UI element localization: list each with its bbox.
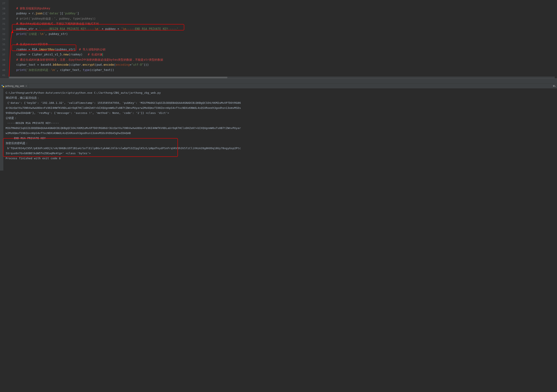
console-output[interactable]: C:\Jarthong\work\Python-Auto\venv\Script… — [6, 90, 557, 161]
code-line[interactable]: cipher = Cipher_pkcs1_v1_5.new(rsakey) #… — [9, 52, 557, 57]
console-line: -----BEGIN RSA PRIVATE KEY----- — [6, 120, 241, 126]
line-number: 32 — [0, 26, 8, 32]
console-line: 公钥是： — [6, 116, 241, 120]
line-number-gutter: 27 28 29 30 31 32 33 34 35 36 37 38 39 4… — [0, 0, 8, 78]
code-text-area[interactable]: # 获取后端返回的pubkey pubkey = r.json()['datas… — [8, 0, 557, 78]
run-tab-label: jarthong_zbg_web — [5, 85, 24, 87]
console-line: -----END RSA PRIVATE KEY----- — [6, 136, 241, 141]
line-number: 31 — [0, 21, 8, 26]
line-number: 36 — [0, 47, 8, 52]
line-number: 29 — [0, 11, 8, 16]
line-number: 35 — [0, 42, 8, 47]
console-line: MIGfMA0GCSqGSIb3DQEBAQUAA4GNADCBiQKBgQCS… — [6, 126, 241, 136]
line-number: 38 — [0, 57, 8, 63]
code-line[interactable]: print('加密后的密码是：\n', cipher_text, type(ci… — [9, 68, 557, 73]
console-tool-strip[interactable] — [0, 88, 3, 171]
console-line: 测试环境，接口返回信息： — [6, 95, 241, 100]
code-line[interactable]: # 通过生成的对象加密密码明文，注意，在python3中加密的数据必须是byte… — [9, 57, 557, 63]
line-number: 39 — [0, 62, 8, 68]
code-editor[interactable]: 27 28 29 30 31 32 33 34 35 36 37 38 39 4… — [0, 0, 557, 78]
code-line[interactable] — [9, 1, 557, 6]
pane-splitter[interactable] — [0, 78, 557, 84]
code-line[interactable]: print('公钥是：\n', pubkey_str) — [9, 32, 557, 37]
code-line[interactable] — [9, 37, 557, 42]
line-number: 34 — [0, 37, 8, 42]
run-settings-button[interactable]: ⚙▾ — [553, 84, 556, 88]
run-console[interactable]: C:\Jarthong\work\Python-Auto\venv\Script… — [0, 88, 557, 171]
line-number: 37 — [0, 52, 8, 57]
line-number: 27 — [0, 1, 8, 6]
line-number: 41 — [0, 73, 8, 78]
console-line: C:\Jarthong\work\Python-Auto\venv\Script… — [6, 90, 241, 95]
code-line[interactable]: # 获取后端返回的pubkey — [9, 6, 557, 11]
editor-caret — [103, 53, 103, 56]
run-tab-bar: jarthong_zbg_web × ⚙▾ — [0, 84, 557, 88]
code-line[interactable]: rsakey = RSA.importKey(pubkey_str) # 导入读… — [9, 47, 557, 52]
line-number: 40 — [0, 68, 8, 73]
gear-icon: ⚙ — [553, 84, 555, 88]
scrollbar-thumb[interactable] — [9, 77, 227, 78]
console-line: {'datas': {'keyId': '192.168.1.32', 'val… — [6, 100, 241, 116]
line-number: 33 — [0, 32, 8, 37]
line-number: 28 — [0, 6, 8, 11]
run-config-tab[interactable]: jarthong_zbg_web × — [0, 84, 29, 88]
code-line[interactable]: # 将pubkey组成公钥的格式，不按以下规则拼接会提示格式不对 — [9, 21, 557, 26]
code-line[interactable]: # print('pubkey的值是：', pubkey, type(pubke… — [9, 16, 557, 22]
line-number: 30 — [0, 16, 8, 22]
console-line: 加密后的密码是： — [6, 141, 241, 146]
close-icon[interactable]: × — [25, 84, 27, 88]
code-line[interactable]: pubkey = r.json()['datas']['pubKey'] — [9, 11, 557, 16]
console-line: b'TQnAY6S4yC95F/p83UFceKDjV/vH/8HGBcU9T1… — [6, 146, 241, 156]
chevron-down-icon: ▾ — [555, 85, 556, 87]
code-line[interactable]: cipher_text = base64.b64encode(cipher.en… — [9, 62, 557, 68]
python-icon — [1, 85, 4, 87]
code-line[interactable]: pubkey_str = '-----BEGIN RSA PRIVATE KEY… — [9, 26, 557, 32]
code-line[interactable]: # 生成password字符串 — [9, 42, 557, 47]
editor-horizontal-scrollbar[interactable] — [8, 77, 555, 78]
console-line: Process finished with exit code 0 — [6, 156, 241, 161]
